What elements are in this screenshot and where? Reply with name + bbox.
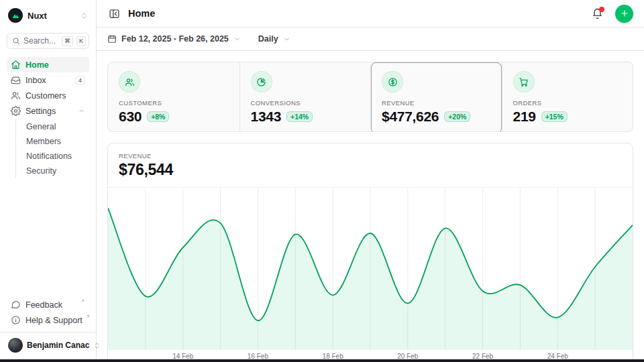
- stat-value: 630: [119, 109, 142, 125]
- search-placeholder: Search...: [23, 36, 58, 46]
- change-badge: +8%: [147, 111, 169, 122]
- users-icon: [119, 71, 140, 93]
- chevron-down-icon: [283, 36, 290, 43]
- sidebar-collapse-button[interactable]: [107, 7, 121, 21]
- circle-dollar-icon: [382, 71, 403, 93]
- team-switcher[interactable]: Nuxt: [7, 7, 89, 24]
- user-name: Benjamin Canac: [27, 341, 89, 350]
- kbd-cmd: ⌘: [62, 36, 73, 46]
- main-area: Home Feb 12, 2025 - Feb 26, 2025: [97, 0, 644, 362]
- notification-dot: [599, 7, 604, 12]
- stat-card-customers[interactable]: CUSTOMERS 630 +8%: [108, 62, 239, 132]
- sidebar-item-settings[interactable]: Settings: [7, 103, 89, 119]
- sidebar-item-customers[interactable]: Customers: [7, 88, 89, 103]
- sidebar-item-members[interactable]: Members: [23, 134, 89, 149]
- header: Home: [97, 0, 644, 27]
- chart-plot-area[interactable]: [108, 187, 633, 350]
- chart-pie-icon: [251, 71, 272, 93]
- page-content: CUSTOMERS 630 +8% CONVERSIONS 1343 +14%: [97, 51, 644, 362]
- stats-row: CUSTOMERS 630 +8% CONVERSIONS 1343 +14%: [107, 62, 633, 132]
- panel-left-close-icon: [109, 8, 120, 19]
- date-range-value: Feb 12, 2025 - Feb 26, 2025: [121, 34, 229, 44]
- inbox-icon: [11, 75, 21, 85]
- chart-header: REVENUE $76,544: [108, 143, 633, 187]
- search-input[interactable]: Search... ⌘ K: [7, 33, 89, 49]
- stat-label: CONVERSIONS: [251, 99, 360, 107]
- granularity-select[interactable]: Daily: [258, 34, 290, 44]
- change-badge: +14%: [286, 111, 313, 122]
- notifications-button[interactable]: [592, 8, 603, 19]
- chevron-down-icon: [233, 36, 241, 43]
- info-circle-icon: [11, 315, 21, 325]
- add-button[interactable]: [615, 5, 633, 23]
- change-badge: +15%: [541, 111, 568, 122]
- stat-value: $477,626: [382, 109, 439, 125]
- sidebar-footer: Feedback Help & Support Benjamin Canac: [7, 297, 89, 355]
- chevron-up-icon: [78, 107, 85, 115]
- gear-icon: [11, 106, 21, 116]
- revenue-chart-svg: [108, 188, 633, 350]
- kbd-k: K: [76, 36, 86, 46]
- home-icon: [11, 60, 21, 70]
- stat-card-orders[interactable]: ORDERS 219 +15%: [502, 62, 633, 132]
- chat-bubble-icon: [11, 300, 21, 310]
- sidebar-nav: Home Inbox 4 Customers Settings: [7, 57, 89, 297]
- plus-icon: [620, 9, 629, 18]
- app-window: Nuxt Search... ⌘ K Home: [0, 0, 644, 362]
- external-link-icon: [85, 314, 91, 319]
- change-badge: +20%: [444, 111, 470, 122]
- sidebar-item-home[interactable]: Home: [7, 57, 89, 72]
- help-support-link[interactable]: Help & Support: [7, 312, 89, 328]
- chevron-up-down-icon: [80, 12, 88, 19]
- date-range-picker[interactable]: Feb 12, 2025 - Feb 26, 2025: [107, 34, 241, 44]
- stat-value: 219: [513, 109, 536, 125]
- stat-value: 1343: [251, 109, 282, 125]
- sidebar-item-notifications[interactable]: Notifications: [23, 149, 89, 164]
- calendar-icon: [107, 34, 117, 44]
- stat-card-revenue[interactable]: REVENUE $477,626 +20%: [370, 62, 502, 132]
- stat-card-conversions[interactable]: CONVERSIONS 1343 +14%: [239, 62, 371, 132]
- shopping-cart-icon: [513, 71, 535, 93]
- inbox-count-badge: 4: [75, 76, 85, 85]
- users-icon: [11, 90, 21, 101]
- stat-label: ORDERS: [513, 99, 623, 107]
- sidebar-item-general[interactable]: General: [23, 119, 89, 134]
- sidebar-item-inbox[interactable]: Inbox 4: [7, 72, 89, 88]
- team-name: Nuxt: [28, 11, 76, 21]
- bottom-edge-bar: [0, 359, 644, 362]
- nuxt-logo-icon: [8, 8, 23, 23]
- page-title: Home: [128, 8, 585, 19]
- stat-label: CUSTOMERS: [119, 99, 229, 107]
- chart-label: REVENUE: [119, 152, 622, 160]
- user-menu[interactable]: Benjamin Canac: [7, 337, 89, 355]
- feedback-link[interactable]: Feedback: [7, 297, 89, 312]
- chart-current-value: $76,544: [119, 161, 622, 179]
- divider: [0, 332, 96, 333]
- sidebar: Nuxt Search... ⌘ K Home: [0, 0, 97, 362]
- sidebar-item-security[interactable]: Security: [23, 164, 89, 178]
- revenue-chart-card: REVENUE $76,544 14 Feb16 Feb18 Feb20 Feb…: [107, 143, 633, 362]
- avatar: [8, 338, 23, 353]
- granularity-value: Daily: [258, 34, 278, 44]
- search-icon: [12, 37, 20, 45]
- filter-toolbar: Feb 12, 2025 - Feb 26, 2025 Daily: [97, 27, 644, 51]
- stat-label: REVENUE: [382, 99, 491, 107]
- external-link-icon: [80, 298, 85, 304]
- settings-submenu: General Members Notifications Security: [15, 119, 89, 178]
